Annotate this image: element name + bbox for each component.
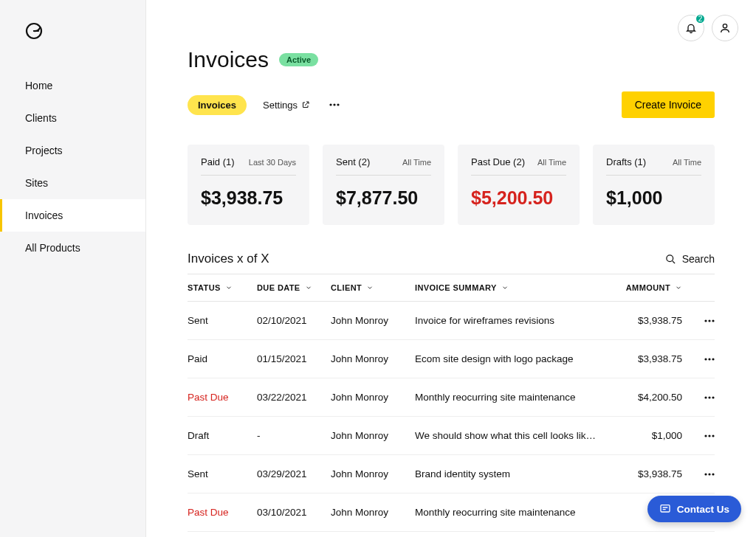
tab-settings[interactable]: Settings	[263, 100, 310, 111]
chevron-down-icon	[501, 284, 509, 291]
search-button[interactable]: Search	[665, 253, 715, 265]
cell-client: John Monroy	[331, 507, 412, 518]
row-actions[interactable]	[685, 434, 715, 437]
tab-invoices[interactable]: Invoices	[188, 95, 247, 115]
table-head: Status Due Date Client Invoice Summary A…	[188, 274, 715, 302]
search-icon	[665, 254, 676, 265]
table-row[interactable]: Sent 02/10/2021 John Monroy Invoice for …	[188, 302, 715, 340]
summary-card[interactable]: Sent (2) All Time $7,877.50	[323, 145, 444, 225]
column-due-date[interactable]: Due Date	[257, 283, 328, 292]
cell-status: Paid	[188, 353, 254, 364]
table-row[interactable]: Sent 03/29/2021 John Monroy Brand identi…	[188, 455, 715, 493]
sidebar: Home Clients Projects Sites Invoices All…	[0, 0, 146, 537]
table-row[interactable]: Paid 01/15/2021 John Monroy Ecom site de…	[188, 340, 715, 378]
more-menu[interactable]	[326, 100, 343, 109]
more-dots-icon	[704, 473, 715, 476]
svg-point-20	[712, 473, 714, 475]
svg-point-11	[712, 358, 714, 360]
summary-card[interactable]: Paid (1) Last 30 Days $3,938.75	[188, 145, 309, 225]
cell-client: John Monroy	[331, 430, 412, 441]
chat-icon	[659, 503, 671, 515]
svg-point-18	[704, 473, 707, 475]
column-label: Client	[331, 283, 362, 292]
row-actions[interactable]	[685, 358, 715, 361]
sidebar-item-label: Home	[25, 80, 52, 91]
cell-summary: Ecom site design with logo package	[415, 353, 598, 364]
svg-point-16	[708, 434, 710, 437]
cell-client: John Monroy	[331, 392, 412, 403]
cell-amount: $1,000	[601, 430, 682, 441]
more-dots-icon	[329, 103, 340, 106]
create-invoice-button[interactable]: Create Invoice	[622, 91, 715, 118]
table-header-row: Invoices x of X Search	[188, 252, 715, 274]
brand-logo[interactable]	[0, 0, 145, 69]
profile-button[interactable]	[712, 15, 738, 41]
chevron-down-icon	[675, 284, 682, 291]
tab-settings-label: Settings	[263, 100, 298, 111]
cell-due-date: 01/15/2021	[257, 353, 328, 364]
column-invoice-summary[interactable]: Invoice Summary	[415, 283, 598, 292]
table-row[interactable]: Draft - John Monroy We should show what …	[188, 417, 715, 455]
card-label: Sent (2)	[336, 156, 370, 167]
sidebar-item-label: Clients	[25, 112, 57, 124]
table-row[interactable]: Past Due 03/10/2021 John Monroy Monthly …	[188, 493, 715, 532]
row-actions[interactable]	[685, 319, 715, 322]
contact-us-button[interactable]: Contact Us	[647, 496, 741, 522]
chevron-down-icon	[225, 284, 233, 291]
svg-point-15	[704, 434, 707, 437]
card-amount: $1,000	[606, 187, 701, 209]
sidebar-item-label: Projects	[25, 145, 63, 156]
cell-status: Past Due	[188, 392, 254, 403]
more-dots-icon	[704, 319, 715, 322]
sidebar-nav: Home Clients Projects Sites Invoices All…	[0, 69, 145, 264]
notifications-count-badge: 2	[695, 13, 706, 24]
cell-client: John Monroy	[331, 468, 412, 479]
more-dots-icon	[704, 434, 715, 437]
cell-amount: $3,938.75	[601, 353, 682, 364]
cell-amount: $4,200.50	[601, 392, 682, 403]
cell-due-date: 03/22/2021	[257, 392, 328, 403]
sidebar-item-all-products[interactable]: All Products	[0, 232, 145, 264]
cell-due-date: 03/10/2021	[257, 507, 328, 518]
card-amount: $5,200.50	[471, 187, 566, 209]
sidebar-item-clients[interactable]: Clients	[0, 102, 145, 134]
bell-icon	[685, 22, 697, 34]
table-caption: Invoices x of X	[188, 252, 269, 266]
external-link-icon	[301, 100, 310, 109]
svg-point-19	[708, 473, 710, 475]
sidebar-item-sites[interactable]: Sites	[0, 167, 145, 199]
column-label: Due Date	[257, 283, 300, 292]
page-title: Invoices	[188, 47, 269, 72]
summary-card[interactable]: Past Due (2) All Time $5,200.50	[458, 145, 580, 225]
row-actions[interactable]	[685, 473, 715, 476]
card-label: Drafts (1)	[606, 156, 646, 167]
svg-point-9	[704, 358, 707, 360]
sidebar-item-home[interactable]: Home	[0, 69, 145, 102]
summary-cards: Paid (1) Last 30 Days $3,938.75 Sent (2)…	[188, 145, 715, 225]
card-period: All Time	[402, 158, 431, 167]
main: 2 Invoices Active Invoices Settings	[146, 0, 756, 537]
summary-card[interactable]: Drafts (1) All Time $1,000	[593, 145, 715, 225]
cell-amount: $3,938.75	[601, 315, 682, 326]
cell-status: Sent	[188, 315, 254, 326]
sidebar-item-projects[interactable]: Projects	[0, 134, 145, 167]
card-period: All Time	[673, 158, 701, 167]
table-row[interactable]: Past Due 03/22/2021 John Monroy Monthly …	[188, 378, 715, 417]
cell-client: John Monroy	[331, 315, 412, 326]
column-amount[interactable]: Ammount	[601, 283, 682, 292]
svg-point-12	[704, 396, 707, 398]
notifications-button[interactable]: 2	[678, 15, 704, 41]
contact-us-label: Contact Us	[677, 504, 729, 515]
svg-point-14	[712, 396, 714, 398]
svg-point-7	[708, 319, 710, 322]
column-client[interactable]: Client	[331, 283, 412, 292]
row-actions[interactable]	[685, 396, 715, 399]
status-badge: Active	[279, 53, 318, 66]
sidebar-item-label: Invoices	[25, 209, 63, 221]
sidebar-item-invoices[interactable]: Invoices	[0, 199, 145, 232]
column-status[interactable]: Status	[188, 283, 254, 292]
sidebar-item-label: Sites	[25, 177, 48, 189]
svg-point-8	[712, 319, 714, 322]
card-amount: $3,938.75	[201, 187, 296, 209]
card-amount: $7,877.50	[336, 187, 431, 209]
